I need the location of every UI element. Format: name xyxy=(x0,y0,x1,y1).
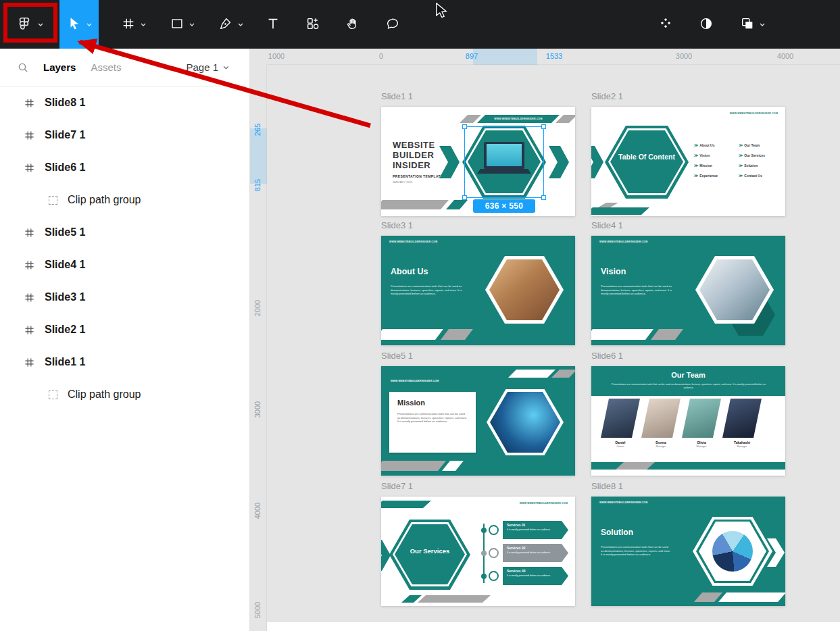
chevron-down-icon xyxy=(141,23,146,26)
canvas-label-slide6[interactable]: Slide6 1 xyxy=(591,351,623,361)
member-caption: TakahashiManager xyxy=(722,440,762,448)
canvas-label-slide8[interactable]: Slide8 1 xyxy=(591,481,623,491)
selection-box[interactable] xyxy=(464,126,544,198)
timeline-dot xyxy=(481,574,487,579)
canvas[interactable]: 1000 0 897 1533 3000 4000 265 815 2000 3… xyxy=(250,49,840,631)
toc-item: ≫Our Team xyxy=(739,143,760,147)
resources-tool-button[interactable] xyxy=(299,0,326,49)
deco xyxy=(718,592,785,602)
layer-row-slide2[interactable]: Slide2 1 xyxy=(0,313,249,346)
canvas-bottom-strip xyxy=(267,622,840,631)
canvas-label-slide7[interactable]: Slide7 1 xyxy=(381,481,413,491)
slide8-title: Solution xyxy=(601,528,633,537)
slide7-thumbnail[interactable]: WWW.WEBSITEBUILDERINSIDER.COM Our Servic… xyxy=(381,497,575,606)
move-tool-button[interactable] xyxy=(59,0,99,49)
deco xyxy=(694,592,722,602)
canvas-label-slide2[interactable]: Slide2 1 xyxy=(591,91,623,101)
slide3-thumbnail[interactable]: WWW.WEBSITEBUILDERINSIDER.COM About Us P… xyxy=(381,236,575,345)
shape-tool-button[interactable] xyxy=(161,0,203,49)
layer-row-slide7[interactable]: Slide7 1 xyxy=(0,119,249,151)
frame-icon xyxy=(24,228,34,238)
hand-tool-button[interactable] xyxy=(339,0,366,49)
deco xyxy=(651,329,683,340)
timeline-dot xyxy=(481,528,487,533)
frame-icon xyxy=(24,130,34,141)
slide-url: WWW.WEBSITEBUILDERINSIDER.COM xyxy=(389,241,437,243)
deco-chevron xyxy=(549,146,569,178)
slide5-body: Presentations are communication tools th… xyxy=(397,412,468,424)
canvas-label-slide1[interactable]: Slide1 1 xyxy=(381,91,413,101)
layer-row-slide4[interactable]: Slide4 1 xyxy=(0,249,249,281)
slide6-thumbnail[interactable]: Our Team Presentations are communication… xyxy=(591,366,785,476)
clip-path-group-icon xyxy=(49,196,57,205)
horizontal-ruler[interactable]: 1000 0 897 1533 3000 4000 xyxy=(267,49,840,65)
service-icon xyxy=(489,525,499,535)
member-caption: OliviaManager xyxy=(681,440,722,448)
slide-url: WWW.WEBSITEBUILDERINSIDER.COM xyxy=(599,501,647,504)
slide-url: WWW.WEBSITEBUILDERINSIDER.COM xyxy=(391,380,439,382)
hand-icon xyxy=(345,16,360,33)
slide2-thumbnail[interactable]: WWW.WEBSITEBUILDERINSIDER.COM Table Of C… xyxy=(591,107,785,216)
deco xyxy=(442,461,464,471)
mask-button[interactable] xyxy=(733,0,772,49)
layer-row-slide6[interactable]: Slide6 1 xyxy=(0,151,249,184)
layer-row-clip-group[interactable]: Clip path group xyxy=(0,184,249,216)
layer-list: Slide8 1 Slide7 1 Slide6 1 Clip path gro… xyxy=(0,86,249,631)
text-card: Mission Presentations are communication … xyxy=(389,392,476,453)
service-icon xyxy=(489,571,499,581)
text-tool-button[interactable] xyxy=(260,0,287,49)
slide4-thumbnail[interactable]: WWW.WEBSITEBUILDERINSIDER.COM Vision Pre… xyxy=(591,236,785,345)
toc-item: ≫Our Services xyxy=(739,153,765,157)
deco xyxy=(381,501,431,508)
clip-path-group-icon xyxy=(49,390,57,399)
chevron-down-icon xyxy=(189,23,195,26)
selection-handle-sw[interactable] xyxy=(462,195,467,200)
slide-url: WWW.WEBSITEBUILDERINSIDER.COM xyxy=(599,241,647,243)
deco xyxy=(401,595,422,603)
slide6-title: Our Team xyxy=(591,371,785,379)
selection-handle-se[interactable] xyxy=(541,195,546,200)
ruler-tick: 1533 xyxy=(546,52,562,60)
ruler-tick: 5000 xyxy=(253,597,262,624)
selection-handle-nw[interactable] xyxy=(462,124,467,129)
slide5-thumbnail[interactable]: WWW.WEBSITEBUILDERINSIDER.COM Mission Pr… xyxy=(381,366,575,476)
layer-row-slide1[interactable]: Slide1 1 xyxy=(0,346,249,378)
frame-icon xyxy=(24,357,34,368)
service-icon xyxy=(489,548,499,558)
chevron-down-icon xyxy=(760,23,765,26)
slide4-title: Vision xyxy=(601,267,626,276)
deco xyxy=(381,329,443,340)
toc-item: ≫Vision xyxy=(694,153,710,157)
slide1-title: WEBSITE BUILDER INSIDER xyxy=(393,140,435,170)
layer-row-slide3[interactable]: Slide3 1 xyxy=(0,281,249,313)
page-selector-label: Page 1 xyxy=(186,61,218,73)
vertical-ruler[interactable]: 265 815 2000 3000 4000 5000 xyxy=(250,65,267,631)
canvas-label-slide4[interactable]: Slide4 1 xyxy=(591,220,623,230)
frame-icon xyxy=(24,98,34,108)
contrast-button[interactable] xyxy=(693,0,720,49)
layer-row-slide5[interactable]: Slide5 1 xyxy=(0,216,249,249)
page-selector[interactable]: Page 1 xyxy=(186,61,229,73)
comment-tool-button[interactable] xyxy=(379,0,406,49)
pen-tool-button[interactable] xyxy=(209,0,251,49)
slide8-thumbnail[interactable]: WWW.WEBSITEBUILDERINSIDER.COM Solution P… xyxy=(591,497,785,606)
tab-assets[interactable]: Assets xyxy=(91,61,121,73)
arrow-bullet-icon: ≫ xyxy=(694,143,698,147)
layer-row-slide8[interactable]: Slide8 1 xyxy=(0,86,249,119)
canvas-label-slide5[interactable]: Slide5 1 xyxy=(381,351,413,361)
comment-icon xyxy=(385,16,400,33)
canvas-label-slide3[interactable]: Slide3 1 xyxy=(381,220,413,230)
search-icon[interactable] xyxy=(18,62,28,73)
layer-row-clip-group[interactable]: Clip path group xyxy=(0,378,249,411)
slide1-thumbnail[interactable]: WWW.WEBSITEBUILDERINSIDER.COM WEBSITE BU… xyxy=(381,107,575,216)
tab-layers[interactable]: Layers xyxy=(43,61,76,73)
ruler-tick: 1000 xyxy=(268,52,285,60)
ruler-tick: 0 xyxy=(379,52,383,60)
arrow-bullet-icon: ≫ xyxy=(694,163,698,168)
frame-tool-button[interactable] xyxy=(112,0,154,49)
slide7-title: Our Services xyxy=(403,547,457,555)
slide1-date: JANUARY, 2023 xyxy=(393,180,412,184)
component-button[interactable] xyxy=(652,0,679,49)
rectangle-icon xyxy=(170,16,184,33)
selection-handle-ne[interactable] xyxy=(541,124,546,129)
